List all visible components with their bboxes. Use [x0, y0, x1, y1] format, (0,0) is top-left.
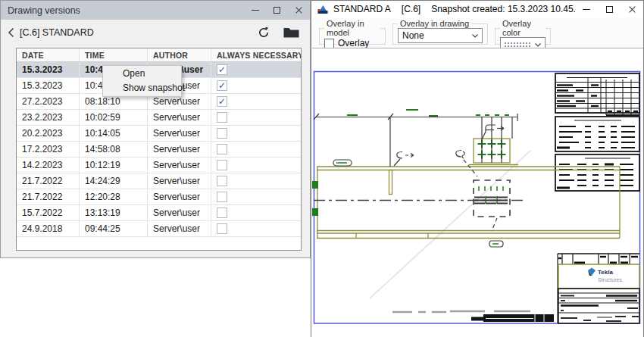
minimize-icon: [583, 9, 590, 10]
logo-text-bottom: Structures: [598, 277, 622, 282]
maximize-icon: [606, 6, 613, 13]
menu-item-show-snapshot[interactable]: Show snapshot: [103, 81, 181, 95]
table-row[interactable]: 24.9.2018 09:44:25 Server\user: [17, 221, 301, 237]
cell-time: 10:12:19: [80, 158, 148, 173]
menu-item-open[interactable]: Open: [103, 67, 181, 81]
cell-date: 15.3.2023: [17, 62, 80, 77]
always-necessary-checkbox[interactable]: [217, 192, 227, 202]
drawing-canvas[interactable]: Tekla Structures: [312, 48, 643, 337]
always-necessary-checkbox[interactable]: ✓: [217, 96, 227, 107]
cell-date: 23.2.2023: [17, 110, 80, 125]
context-menu: Open Show snapshot: [102, 65, 182, 97]
cell-always-necessary: [211, 158, 301, 173]
cell-always-necessary: ✓: [211, 94, 301, 109]
table-row[interactable]: 15.7.2022 13:13:19 Server\user: [17, 205, 301, 221]
drawing-versions-window: Drawing versions [C.6] STANDARD: [0, 0, 311, 258]
cell-date: 14.2.2023: [17, 158, 80, 173]
cell-time: 10:14:05: [80, 126, 148, 141]
window-title: Drawing versions: [1, 5, 244, 16]
header-author[interactable]: AUTHOR: [148, 48, 211, 61]
versions-toolbar: [C.6] STANDARD: [1, 20, 310, 45]
cad-drawing: Tekla Structures: [312, 48, 643, 337]
cell-date: 27.2.2023: [17, 94, 80, 109]
maximize-button[interactable]: [598, 1, 621, 17]
always-necessary-checkbox[interactable]: [217, 223, 227, 234]
cell-time: 12:20:28: [80, 189, 148, 204]
window-title: STANDARD A[C.6]Snapshot created: 15.3.20…: [333, 4, 575, 14]
cell-author: Server\user: [148, 110, 211, 125]
always-necessary-checkbox[interactable]: [217, 208, 227, 218]
group-legend: Overlay color: [500, 19, 546, 37]
table-row[interactable]: 20.2.2023 10:14:05 Server\user: [17, 126, 301, 142]
cell-author: Server\user: [148, 142, 211, 157]
snapshot-window: STANDARD A[C.6]Snapshot created: 15.3.20…: [311, 0, 644, 337]
overlay-toolbar: Overlay in model Overlay Overlay in draw…: [311, 17, 643, 48]
close-button[interactable]: [288, 1, 310, 20]
cell-always-necessary: [211, 221, 301, 236]
titlebar[interactable]: Drawing versions: [1, 1, 310, 20]
always-necessary-checkbox[interactable]: ✓: [217, 80, 227, 91]
always-necessary-checkbox[interactable]: [217, 112, 227, 123]
cell-always-necessary: [211, 142, 301, 157]
close-icon: [628, 5, 636, 14]
close-button[interactable]: [621, 1, 643, 17]
title-snapshot-created: Snapshot created: 15.3.2023 10.45.00: [431, 4, 575, 14]
cell-always-necessary: [211, 189, 301, 204]
cell-time: 09:44:25: [80, 221, 148, 236]
cell-date: 20.2.2023: [17, 126, 80, 141]
cell-author: Server\user: [148, 158, 211, 173]
overlay-checkbox[interactable]: [324, 39, 334, 48]
desktop: { "left_window": { "title": "Drawing ver…: [0, 0, 644, 337]
cell-author: Server\user: [148, 126, 211, 141]
open-folder-button[interactable]: [283, 27, 299, 38]
header-time[interactable]: TIME: [80, 48, 148, 61]
cell-time: 13:13:19: [80, 205, 148, 220]
table-header-row: DATE TIME AUTHOR ALWAYS NECESSARY: [17, 48, 301, 62]
minimize-icon: [252, 10, 259, 11]
selected-value: None: [402, 30, 424, 41]
cell-author: Server\user: [148, 173, 211, 189]
refresh-icon: [258, 27, 270, 39]
cell-author: Server\user: [148, 189, 211, 204]
group-overlay-in-drawing: Overlay in drawing None: [392, 19, 488, 45]
maximize-button[interactable]: [266, 1, 288, 20]
cell-date: 15.7.2022: [17, 205, 80, 220]
group-legend: Overlay in model: [324, 19, 380, 37]
always-necessary-checkbox[interactable]: [217, 176, 227, 186]
always-necessary-checkbox[interactable]: ✓: [217, 64, 227, 75]
overlay-in-drawing-select[interactable]: None: [398, 28, 483, 43]
chevron-left-icon: [8, 27, 14, 38]
cell-time: 14:24:29: [80, 173, 148, 189]
table-row[interactable]: 17.2.2023 14:58:08 Server\user: [17, 142, 301, 158]
minimize-button[interactable]: [575, 1, 598, 17]
table-row[interactable]: 14.2.2023 10:12:19 Server\user: [17, 158, 301, 173]
logo-text-top: Tekla: [598, 269, 613, 276]
folder-icon: [283, 27, 299, 38]
titlebar[interactable]: STANDARD A[C.6]Snapshot created: 15.3.20…: [311, 1, 643, 17]
table-row[interactable]: 21.7.2022 12:20:28 Server\user: [17, 189, 301, 205]
cell-always-necessary: [211, 173, 301, 189]
header-always-necessary[interactable]: ALWAYS NECESSARY: [211, 48, 301, 61]
cell-date: 15.3.2023: [17, 78, 80, 93]
tekla-app-icon: [317, 5, 328, 14]
chevron-down-icon: [535, 43, 541, 47]
always-necessary-checkbox[interactable]: [217, 144, 227, 154]
cell-always-necessary: ✓: [211, 62, 301, 77]
refresh-button[interactable]: [258, 27, 270, 39]
title-drawing-name: STANDARD A: [333, 4, 391, 14]
minimize-button[interactable]: [244, 1, 266, 20]
title-ref: [C.6]: [402, 4, 420, 14]
table-row[interactable]: 21.7.2022 14:24:29 Server\user: [17, 173, 301, 189]
table-row[interactable]: 23.2.2023 10:02:59 Server\user: [17, 110, 301, 126]
cell-date: 24.9.2018: [17, 221, 80, 236]
always-necessary-checkbox[interactable]: [217, 160, 227, 170]
cell-time: 14:58:08: [80, 142, 148, 157]
group-legend: Overlay in drawing: [398, 19, 471, 28]
overlay-checkbox-label: Overlay: [338, 38, 369, 48]
breadcrumb: [C.6] STANDARD: [20, 27, 244, 38]
group-overlay-color: Overlay color: [495, 19, 551, 45]
cell-always-necessary: [211, 126, 301, 141]
back-button[interactable]: [8, 27, 14, 38]
always-necessary-checkbox[interactable]: [217, 128, 227, 139]
header-date[interactable]: DATE: [17, 48, 80, 61]
